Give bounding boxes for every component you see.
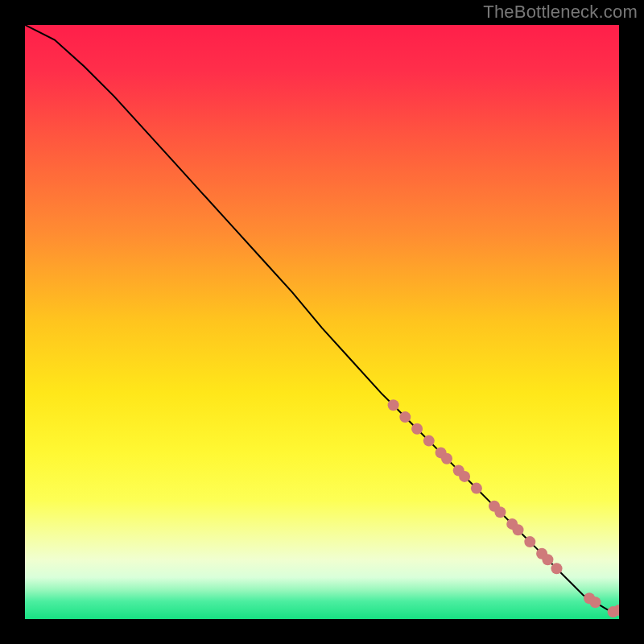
data-marker (471, 483, 482, 494)
chart-frame: TheBottleneck.com (0, 0, 644, 644)
data-marker (411, 423, 423, 435)
data-marker (551, 563, 563, 574)
attribution-label: TheBottleneck.com (483, 2, 638, 23)
data-marker (388, 399, 399, 411)
data-marker (441, 453, 452, 464)
gradient-background (25, 25, 619, 619)
data-marker (513, 524, 524, 535)
plot-area (25, 25, 619, 619)
plot-svg (25, 25, 619, 619)
data-marker (542, 554, 553, 565)
data-marker (524, 536, 535, 547)
data-marker (459, 471, 470, 482)
data-marker (590, 597, 601, 608)
data-marker (494, 506, 506, 518)
data-marker (423, 436, 435, 447)
data-marker (399, 411, 411, 423)
